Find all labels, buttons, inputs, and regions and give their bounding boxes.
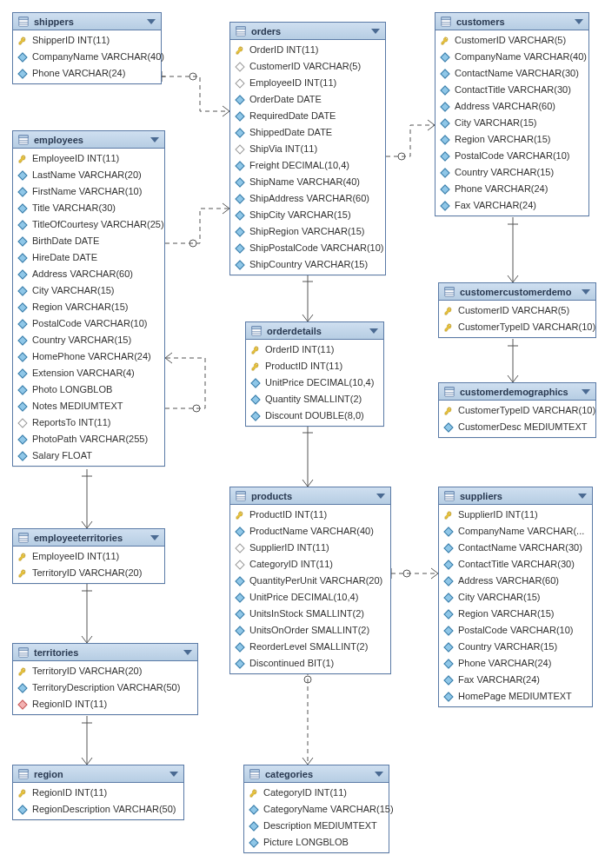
column-row[interactable]: CustomerID VARCHAR(5): [230, 58, 385, 75]
column-row[interactable]: Picture LONGBLOB: [244, 834, 389, 851]
column-row[interactable]: LastName VARCHAR(20): [13, 167, 164, 183]
column-row[interactable]: City VARCHAR(15): [435, 115, 588, 131]
column-row[interactable]: EmployeeID INT(11): [230, 75, 385, 91]
chevron-down-icon[interactable]: [150, 137, 159, 142]
table-customers[interactable]: customersCustomerID VARCHAR(5)CompanyNam…: [435, 12, 589, 216]
table-header[interactable]: customers: [435, 13, 588, 30]
column-row[interactable]: UnitPrice DECIMAL(10,4): [230, 589, 390, 606]
column-row[interactable]: PostalCode VARCHAR(10): [435, 148, 588, 164]
table-customercustomerdemo[interactable]: customercustomerdemoCustomerID VARCHAR(5…: [438, 282, 596, 338]
column-row[interactable]: ReportsTo INT(11): [13, 414, 164, 431]
column-row[interactable]: TerritoryDescription VARCHAR(50): [13, 679, 197, 696]
column-row[interactable]: Address VARCHAR(60): [439, 573, 592, 589]
column-row[interactable]: Description MEDIUMTEXT: [244, 818, 389, 834]
column-row[interactable]: ShipAddress VARCHAR(60): [230, 190, 385, 207]
column-row[interactable]: RegionDescription VARCHAR(50): [13, 801, 183, 818]
column-row[interactable]: Discontinued BIT(1): [230, 655, 390, 672]
chevron-down-icon[interactable]: [147, 19, 156, 24]
column-row[interactable]: UnitsOnOrder SMALLINT(2): [230, 622, 390, 639]
chevron-down-icon[interactable]: [582, 389, 590, 394]
column-row[interactable]: Freight DECIMAL(10,4): [230, 157, 385, 174]
column-row[interactable]: OrderID INT(11): [246, 341, 383, 358]
column-row[interactable]: ReorderLevel SMALLINT(2): [230, 639, 390, 655]
column-row[interactable]: Region VARCHAR(15): [435, 131, 588, 148]
column-row[interactable]: UnitPrice DECIMAL(10,4): [246, 374, 383, 391]
column-row[interactable]: City VARCHAR(15): [439, 589, 592, 606]
column-row[interactable]: FirstName VARCHAR(10): [13, 183, 164, 200]
column-row[interactable]: Notes MEDIUMTEXT: [13, 398, 164, 414]
chevron-down-icon[interactable]: [375, 772, 383, 777]
column-row[interactable]: ContactName VARCHAR(30): [435, 65, 588, 82]
table-header[interactable]: customercustomerdemo: [439, 283, 595, 301]
column-row[interactable]: ShipRegion VARCHAR(15): [230, 223, 385, 240]
table-territories[interactable]: territoriesTerritoryID VARCHAR(20)Territ…: [12, 643, 198, 715]
column-row[interactable]: OrderID INT(11): [230, 42, 385, 58]
column-row[interactable]: CustomerID VARCHAR(5): [439, 302, 595, 319]
table-header[interactable]: categories: [244, 765, 389, 783]
table-header[interactable]: orders: [230, 23, 385, 40]
column-row[interactable]: ShippedDate DATE: [230, 124, 385, 141]
table-orders[interactable]: ordersOrderID INT(11)CustomerID VARCHAR(…: [229, 22, 386, 275]
column-row[interactable]: ContactTitle VARCHAR(30): [435, 82, 588, 98]
column-row[interactable]: UnitsInStock SMALLINT(2): [230, 606, 390, 622]
column-row[interactable]: HomePage MEDIUMTEXT: [439, 688, 592, 705]
table-header[interactable]: suppliers: [439, 487, 592, 505]
chevron-down-icon[interactable]: [582, 289, 590, 295]
column-row[interactable]: QuantityPerUnit VARCHAR(20): [230, 573, 390, 589]
column-row[interactable]: Discount DOUBLE(8,0): [246, 407, 383, 424]
column-row[interactable]: TitleOfCourtesy VARCHAR(25): [13, 216, 164, 233]
table-header[interactable]: shippers: [13, 13, 161, 30]
column-row[interactable]: Address VARCHAR(60): [13, 266, 164, 282]
column-row[interactable]: Region VARCHAR(15): [13, 299, 164, 315]
column-row[interactable]: ProductName VARCHAR(40): [230, 523, 390, 540]
chevron-down-icon[interactable]: [369, 328, 378, 334]
column-row[interactable]: Extension VARCHAR(4): [13, 365, 164, 381]
column-row[interactable]: Country VARCHAR(15): [13, 332, 164, 348]
column-row[interactable]: ShipCountry VARCHAR(15): [230, 256, 385, 273]
column-row[interactable]: Fax VARCHAR(24): [435, 197, 588, 214]
column-row[interactable]: Country VARCHAR(15): [439, 639, 592, 655]
table-orderdetails[interactable]: orderdetailsOrderID INT(11)ProductID INT…: [245, 321, 384, 427]
column-row[interactable]: SupplierID INT(11): [230, 540, 390, 556]
column-row[interactable]: Country VARCHAR(15): [435, 164, 588, 181]
column-row[interactable]: ShipperID INT(11): [13, 32, 161, 49]
table-header[interactable]: employees: [13, 131, 164, 149]
table-header[interactable]: customerdemographics: [439, 383, 595, 401]
column-row[interactable]: CompanyName VARCHAR(40): [13, 49, 161, 65]
column-row[interactable]: City VARCHAR(15): [13, 282, 164, 299]
column-row[interactable]: Phone VARCHAR(24): [439, 655, 592, 672]
table-customerdemographics[interactable]: customerdemographicsCustomerTypeID VARCH…: [438, 382, 596, 438]
column-row[interactable]: ShipName VARCHAR(40): [230, 174, 385, 190]
table-header[interactable]: region: [13, 765, 183, 783]
column-row[interactable]: ShipVia INT(11): [230, 141, 385, 157]
table-header[interactable]: employeeterritories: [13, 529, 164, 547]
chevron-down-icon[interactable]: [575, 19, 583, 24]
column-row[interactable]: CategoryID INT(11): [244, 785, 389, 801]
column-row[interactable]: RequiredDate DATE: [230, 108, 385, 124]
column-row[interactable]: Salary FLOAT: [13, 447, 164, 464]
column-row[interactable]: TerritoryID VARCHAR(20): [13, 565, 164, 581]
column-row[interactable]: CustomerTypeID VARCHAR(10): [439, 402, 595, 419]
chevron-down-icon[interactable]: [371, 29, 380, 34]
column-row[interactable]: Title VARCHAR(30): [13, 200, 164, 216]
column-row[interactable]: ContactTitle VARCHAR(30): [439, 556, 592, 573]
table-header[interactable]: products: [230, 487, 390, 505]
table-products[interactable]: productsProductID INT(11)ProductName VAR…: [229, 487, 391, 674]
column-row[interactable]: RegionID INT(11): [13, 785, 183, 801]
column-row[interactable]: CustomerID VARCHAR(5): [435, 32, 588, 49]
table-region[interactable]: regionRegionID INT(11)RegionDescription …: [12, 765, 184, 820]
column-row[interactable]: ContactName VARCHAR(30): [439, 540, 592, 556]
column-row[interactable]: CompanyName VARCHAR(...: [439, 523, 592, 540]
table-header[interactable]: territories: [13, 644, 197, 661]
column-row[interactable]: ProductID INT(11): [230, 507, 390, 523]
column-row[interactable]: SupplierID INT(11): [439, 507, 592, 523]
column-row[interactable]: Region VARCHAR(15): [439, 606, 592, 622]
column-row[interactable]: PhotoPath VARCHAR(255): [13, 431, 164, 447]
column-row[interactable]: RegionID INT(11): [13, 696, 197, 712]
column-row[interactable]: CompanyName VARCHAR(40): [435, 49, 588, 65]
table-suppliers[interactable]: suppliersSupplierID INT(11)CompanyName V…: [438, 487, 593, 707]
chevron-down-icon[interactable]: [170, 772, 178, 777]
chevron-down-icon[interactable]: [183, 650, 192, 655]
chevron-down-icon[interactable]: [150, 535, 159, 540]
column-row[interactable]: BirthDate DATE: [13, 233, 164, 249]
